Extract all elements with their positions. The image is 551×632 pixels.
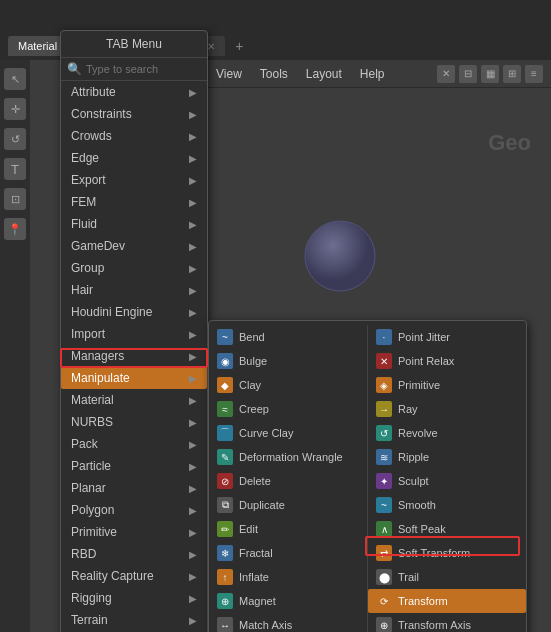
submenu-item-delete[interactable]: ⊘ Delete [209, 469, 367, 493]
tab-menu-item-fem[interactable]: FEM ▶ [61, 191, 207, 213]
arrow-icon: ▶ [189, 241, 197, 252]
sidebar-icon-text[interactable]: T [4, 158, 26, 180]
submenu-item-revolve[interactable]: ↺ Revolve [368, 421, 526, 445]
submenu-item-fractal[interactable]: ❄ Fractal [209, 541, 367, 565]
submenu-item-duplicate[interactable]: ⧉ Duplicate [209, 493, 367, 517]
sidebar-icon-select[interactable]: ↖ [4, 68, 26, 90]
sidebar-icon-move[interactable]: ✛ [4, 98, 26, 120]
toolbar-icon-extra[interactable]: ≡ [525, 65, 543, 83]
search-icon: 🔍 [67, 62, 82, 76]
toolbar-icon-grid[interactable]: ⊟ [459, 65, 477, 83]
menu-tools[interactable]: Tools [252, 64, 296, 84]
tab-menu-item-primitive[interactable]: Primitive ▶ [61, 521, 207, 543]
submenu-item-clay[interactable]: ◆ Clay [209, 373, 367, 397]
tab-menu-item-attribute[interactable]: Attribute ▶ [61, 81, 207, 103]
submenu-item-inflate[interactable]: ↑ Inflate [209, 565, 367, 589]
arrow-icon: ▶ [189, 417, 197, 428]
tab-menu-item-material[interactable]: Material ▶ [61, 389, 207, 411]
tab-menu-item-manipulate[interactable]: Manipulate ▶ [61, 367, 207, 389]
tab-menu-search-bar[interactable]: 🔍 [61, 58, 207, 81]
tab-menu-item-hair[interactable]: Hair ▶ [61, 279, 207, 301]
submenu-item-creep[interactable]: ≈ Creep [209, 397, 367, 421]
tab-menu-item-reality-capture[interactable]: Reality Capture ▶ [61, 565, 207, 587]
submenu: ~ Bend ◉ Bulge ◆ Clay ≈ Creep ⌒ Curve Cl… [208, 320, 527, 632]
toolbar-icon-list[interactable]: ▦ [481, 65, 499, 83]
menu-view[interactable]: View [208, 64, 250, 84]
arrow-icon: ▶ [189, 373, 197, 384]
menu-help[interactable]: Help [352, 64, 393, 84]
submenu-item-soft-transform[interactable]: ⇄ Soft Transform [368, 541, 526, 565]
arrow-icon: ▶ [189, 461, 197, 472]
submenu-item-transform-axis[interactable]: ⊕ Transform Axis [368, 613, 526, 632]
tab-menu-item-nurbs[interactable]: NURBS ▶ [61, 411, 207, 433]
arrow-icon: ▶ [189, 395, 197, 406]
tab-menu-wrapper: TAB Menu 🔍 Attribute ▶ Constraints ▶ Cro… [60, 30, 208, 632]
submenu-item-trail[interactable]: ⬤ Trail [368, 565, 526, 589]
submenu-item-sculpt[interactable]: ✦ Sculpt [368, 469, 526, 493]
node-sphere-decoration [300, 216, 380, 296]
submenu-item-ripple[interactable]: ≋ Ripple [368, 445, 526, 469]
tab-menu-item-particle[interactable]: Particle ▶ [61, 455, 207, 477]
submenu-item-edit[interactable]: ✏ Edit [209, 517, 367, 541]
trail-icon: ⬤ [376, 569, 392, 585]
tab-menu-item-pack[interactable]: Pack ▶ [61, 433, 207, 455]
tab-menu-item-gamedev[interactable]: GameDev ▶ [61, 235, 207, 257]
tab-menu-item-crowds[interactable]: Crowds ▶ [61, 125, 207, 147]
deformation-wrangle-icon: ✎ [217, 449, 233, 465]
arrow-icon: ▶ [189, 593, 197, 604]
submenu-item-bend[interactable]: ~ Bend [209, 325, 367, 349]
tab-menu-item-export[interactable]: Export ▶ [61, 169, 207, 191]
arrow-icon: ▶ [189, 87, 197, 98]
duplicate-icon: ⧉ [217, 497, 233, 513]
tab-menu-item-rbd[interactable]: RBD ▶ [61, 543, 207, 565]
submenu-item-curve-clay[interactable]: ⌒ Curve Clay [209, 421, 367, 445]
sculpt-icon: ✦ [376, 473, 392, 489]
arrow-icon: ▶ [189, 483, 197, 494]
menu-layout[interactable]: Layout [298, 64, 350, 84]
match-axis-icon: ↔ [217, 617, 233, 632]
transform-icon: ⟳ [376, 593, 392, 609]
tab-menu-item-import[interactable]: Import ▶ [61, 323, 207, 345]
arrow-icon: ▶ [189, 263, 197, 274]
tab-menu-item-planar[interactable]: Planar ▶ [61, 477, 207, 499]
tab-menu-item-group[interactable]: Group ▶ [61, 257, 207, 279]
submenu-item-transform[interactable]: ⟳ Transform [368, 589, 526, 613]
sidebar-icon-image[interactable]: ⊡ [4, 188, 26, 210]
submenu-item-point-jitter[interactable]: · Point Jitter [368, 325, 526, 349]
tab-menu-item-edge[interactable]: Edge ▶ [61, 147, 207, 169]
tab-menu-item-houdini-engine[interactable]: Houdini Engine ▶ [61, 301, 207, 323]
search-input[interactable] [86, 63, 201, 75]
magnet-icon: ⊕ [217, 593, 233, 609]
tab-menu-item-polygon[interactable]: Polygon ▶ [61, 499, 207, 521]
primitive-icon: ◈ [376, 377, 392, 393]
arrow-icon: ▶ [189, 153, 197, 164]
submenu-item-match-axis[interactable]: ↔ Match Axis [209, 613, 367, 632]
toolbar-icon-table[interactable]: ⊞ [503, 65, 521, 83]
submenu-item-primitive[interactable]: ◈ Primitive [368, 373, 526, 397]
geo-label: Geo [488, 130, 531, 156]
smooth-icon: ~ [376, 497, 392, 513]
sidebar-icon-rotate[interactable]: ↺ [4, 128, 26, 150]
submenu-item-soft-peak[interactable]: ∧ Soft Peak [368, 517, 526, 541]
tab-menu-item-fluid[interactable]: Fluid ▶ [61, 213, 207, 235]
submenu-item-ray[interactable]: → Ray [368, 397, 526, 421]
submenu-item-bulge[interactable]: ◉ Bulge [209, 349, 367, 373]
submenu-item-smooth[interactable]: ~ Smooth [368, 493, 526, 517]
submenu-item-magnet[interactable]: ⊕ Magnet [209, 589, 367, 613]
arrow-icon: ▶ [189, 329, 197, 340]
fractal-icon: ❄ [217, 545, 233, 561]
tab-add-button[interactable]: + [227, 34, 251, 58]
tab-close-icon[interactable]: ✕ [207, 41, 215, 52]
submenu-item-deformation-wrangle[interactable]: ✎ Deformation Wrangle [209, 445, 367, 469]
submenu-item-point-relax[interactable]: ✕ Point Relax [368, 349, 526, 373]
tab-menu-item-rigging[interactable]: Rigging ▶ [61, 587, 207, 609]
soft-transform-icon: ⇄ [376, 545, 392, 561]
sidebar-icon-pin[interactable]: 📍 [4, 218, 26, 240]
toolbar-icon-wrench[interactable]: ✕ [437, 65, 455, 83]
ray-icon: → [376, 401, 392, 417]
tab-menu-item-managers[interactable]: Managers ▶ [61, 345, 207, 367]
arrow-icon: ▶ [189, 285, 197, 296]
tab-menu-item-terrain[interactable]: Terrain ▶ [61, 609, 207, 631]
arrow-icon: ▶ [189, 351, 197, 362]
tab-menu-item-constraints[interactable]: Constraints ▶ [61, 103, 207, 125]
